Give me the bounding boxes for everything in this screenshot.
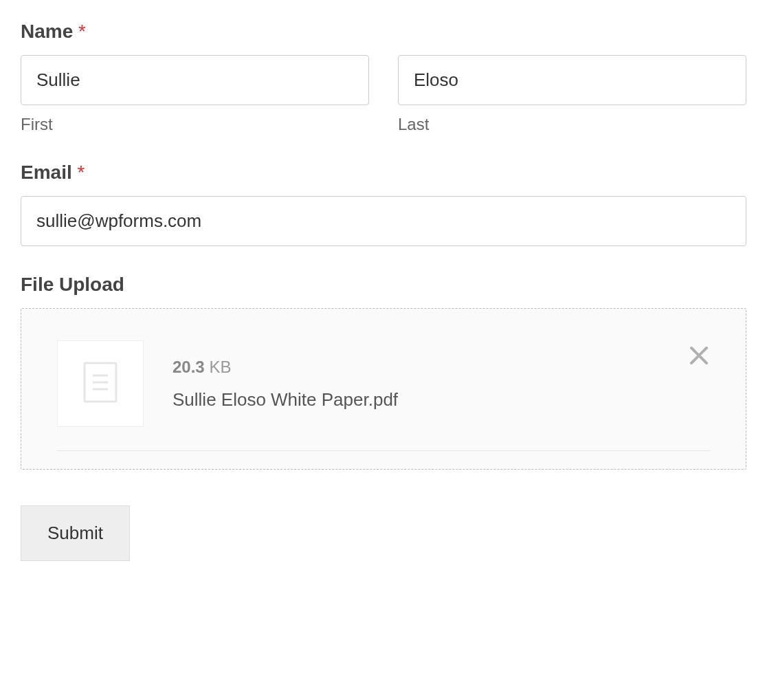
name-field-group: Name * First Last — [21, 21, 746, 134]
email-label-text: Email — [21, 162, 72, 183]
last-name-column: Last — [398, 55, 746, 134]
form-container: Name * First Last Email * File Upload — [21, 21, 746, 561]
first-name-column: First — [21, 55, 369, 134]
email-field-group: Email * — [21, 162, 746, 246]
file-upload-field-group: File Upload 20.3 K — [21, 274, 746, 470]
close-icon — [689, 345, 709, 369]
name-label: Name * — [21, 21, 746, 43]
file-size-unit: KB — [209, 358, 231, 376]
file-thumbnail — [57, 340, 144, 427]
name-row: First Last — [21, 55, 746, 134]
file-size-value: 20.3 — [173, 358, 205, 376]
first-name-sublabel: First — [21, 115, 369, 134]
file-name: Sullie Eloso White Paper.pdf — [173, 389, 710, 411]
name-required-asterisk: * — [78, 21, 86, 42]
email-required-asterisk: * — [77, 162, 85, 183]
email-label: Email * — [21, 162, 746, 184]
file-upload-dropzone[interactable]: 20.3 KB Sullie Eloso White Paper.pdf — [21, 308, 746, 470]
uploaded-file-item: 20.3 KB Sullie Eloso White Paper.pdf — [57, 340, 710, 451]
last-name-input[interactable] — [398, 55, 746, 105]
file-upload-label: File Upload — [21, 274, 746, 296]
name-label-text: Name — [21, 21, 73, 42]
submit-button[interactable]: Submit — [21, 505, 130, 561]
file-size: 20.3 KB — [173, 358, 710, 377]
last-name-sublabel: Last — [398, 115, 746, 134]
file-info: 20.3 KB Sullie Eloso White Paper.pdf — [173, 358, 710, 411]
remove-file-button[interactable] — [688, 346, 710, 368]
document-icon — [83, 362, 118, 406]
first-name-input[interactable] — [21, 55, 369, 105]
email-input[interactable] — [21, 196, 746, 246]
